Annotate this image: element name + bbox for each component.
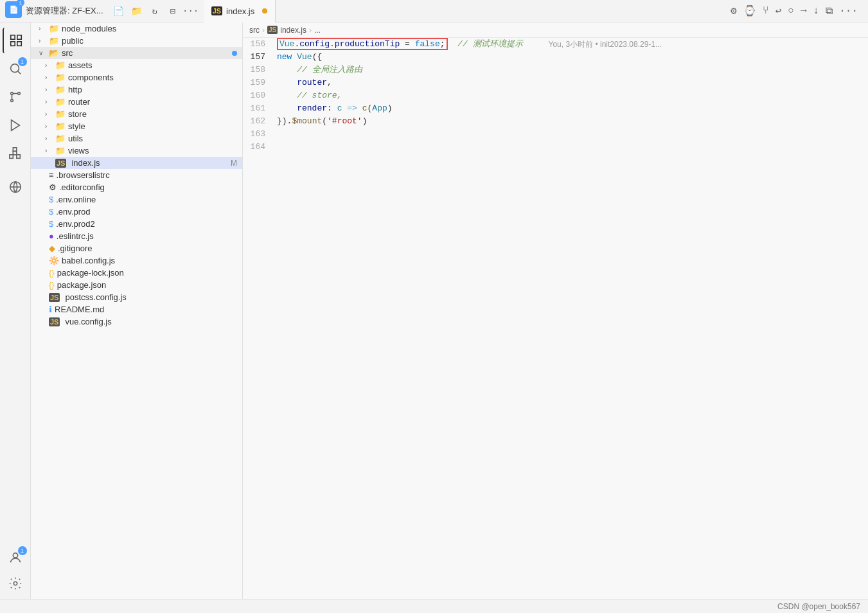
- folder-icon: 📁: [55, 134, 66, 143]
- activity-accounts[interactable]: 1: [3, 545, 28, 571]
- code-line-159: new Vue({: [277, 51, 868, 64]
- overflow-icon[interactable]: ···: [839, 5, 858, 17]
- git-icon: ◆: [49, 244, 55, 253]
- more-btn[interactable]: ···: [184, 4, 197, 17]
- sidebar-item-package-lock[interactable]: {} package-lock.json: [31, 267, 242, 279]
- svg-rect-3: [17, 42, 21, 46]
- eslint-icon: ●: [49, 231, 54, 241]
- forward-icon[interactable]: →: [801, 5, 807, 17]
- sidebar-item-components[interactable]: › 📁 components: [31, 71, 242, 84]
- editor-area: src › JS index.js › ... 156 157 158 159 …: [243, 22, 868, 599]
- credit-text: CSDN @open_book567: [777, 602, 860, 611]
- file-name: vue.config.js: [65, 317, 242, 326]
- line-num-162: 162: [246, 115, 265, 128]
- sidebar-item-store[interactable]: › 📁 store: [31, 108, 242, 120]
- code-line-160: // 全局注入路由: [277, 64, 868, 76]
- line-num-161: 161: [246, 102, 265, 115]
- sidebar-item-postcss[interactable]: JS postcss.config.js: [31, 291, 242, 303]
- split-editor-icon[interactable]: ⧉: [826, 5, 833, 17]
- activity-run[interactable]: [3, 112, 28, 138]
- folder-name: style: [68, 121, 242, 131]
- line-num-158: 158: [246, 64, 265, 76]
- settings-icon[interactable]: ⚙: [731, 4, 737, 17]
- activity-extensions[interactable]: [3, 141, 28, 166]
- sidebar-item-browserslistrc[interactable]: ≡ .browserslistrc: [31, 169, 242, 181]
- tab-dot: [262, 8, 267, 13]
- sidebar-item-utils[interactable]: › 📁 utils: [31, 132, 242, 145]
- folder-name: src: [62, 48, 232, 58]
- svg-point-16: [13, 553, 17, 558]
- gear-icon: ⚙: [49, 182, 57, 192]
- sidebar-item-router[interactable]: › 📁 router: [31, 96, 242, 108]
- tab-bar: JS index.js: [197, 0, 731, 22]
- sidebar-item-gitignore[interactable]: ◆ .gitignore: [31, 242, 242, 254]
- status-bar: CSDN @open_book567: [0, 599, 868, 613]
- editor-content[interactable]: 156 157 158 159 160 161 162 163 164: [243, 38, 868, 599]
- sidebar-item-views[interactable]: › 📁 views: [31, 145, 242, 157]
- activity-search[interactable]: 1: [3, 56, 28, 82]
- line-num-157: 157: [246, 51, 265, 64]
- code-content: new Vue({: [277, 51, 322, 64]
- json-icon: {}: [49, 268, 55, 278]
- sidebar-item-assets[interactable]: › 📁 assets: [31, 59, 242, 71]
- redo-icon[interactable]: ○: [788, 5, 794, 17]
- sidebar-item-babel-config[interactable]: 🔆 babel.config.js: [31, 254, 242, 267]
- sidebar-item-src[interactable]: ∨ 📂 src: [31, 47, 242, 59]
- activity-settings[interactable]: [3, 571, 28, 596]
- sidebar-item-package-json[interactable]: {} package.json: [31, 279, 242, 291]
- line-num-159: 159: [246, 76, 265, 89]
- undo-icon[interactable]: ↩: [775, 4, 782, 17]
- tab-index-js[interactable]: JS index.js: [204, 0, 276, 22]
- sidebar-item-http[interactable]: › 📁 http: [31, 84, 242, 96]
- folder-icon: 📁: [49, 36, 59, 46]
- env-icon: $: [49, 219, 53, 229]
- titlebar-right: ⚙ ⌚ ⑂ ↩ ○ → ↓ ⧉ ···: [731, 4, 863, 17]
- folder-icon: 📁: [55, 146, 66, 155]
- download-icon[interactable]: ↓: [813, 5, 820, 17]
- chevron-down-icon: ∨: [39, 49, 48, 57]
- sidebar-item-index-js[interactable]: JS index.js M: [31, 157, 242, 169]
- code-content: Vue.config.productionTip = false; // 测试环…: [277, 38, 523, 51]
- file-name: .env.prod2: [56, 219, 242, 229]
- svg-rect-2: [10, 42, 14, 46]
- breadcrumb-bar: src › JS index.js › ...: [243, 22, 868, 38]
- sidebar-item-vue-config[interactable]: JS vue.config.js: [31, 315, 242, 328]
- sidebar-item-env-online[interactable]: $ .env.online: [31, 193, 242, 206]
- sidebar-item-style[interactable]: › 📁 style: [31, 120, 242, 132]
- new-folder-btn[interactable]: 📁: [130, 4, 143, 17]
- code-content: router,: [277, 76, 332, 89]
- sidebar-item-eslintrc[interactable]: ● .eslintrc.js: [31, 230, 242, 242]
- sidebar-item-node-modules[interactable]: › 📁 node_modules: [31, 22, 242, 35]
- line-numbers: 156 157 158 159 160 161 162 163 164: [243, 38, 272, 599]
- babel-icon: 🔆: [49, 256, 59, 265]
- source-control-icon[interactable]: ⑂: [763, 5, 769, 17]
- sidebar-item-env-prod2[interactable]: $ .env.prod2: [31, 218, 242, 230]
- app-icon[interactable]: 📄 1: [5, 1, 22, 18]
- chevron-right-icon: ›: [45, 135, 54, 142]
- collapse-btn[interactable]: ⊟: [166, 4, 179, 17]
- titlebar-title: 资源管理器: ZF-EX...: [26, 5, 103, 17]
- sidebar-item-public[interactable]: › 📁 public: [31, 35, 242, 47]
- refresh-btn[interactable]: ↻: [148, 4, 161, 17]
- sidebar-item-readme[interactable]: ℹ README.md: [31, 303, 242, 315]
- breadcrumb-file-icon: JS: [267, 26, 278, 34]
- app-badge: 1: [17, 0, 24, 6]
- sidebar-item-env-prod[interactable]: $ .env.prod: [31, 206, 242, 218]
- history-icon[interactable]: ⌚: [743, 4, 756, 17]
- code-content: render: c => c(App): [277, 102, 393, 115]
- activity-bar: 1 1: [0, 22, 31, 599]
- activity-explorer[interactable]: [3, 28, 28, 53]
- activity-remote[interactable]: [3, 174, 28, 200]
- file-name: postcss.config.js: [65, 292, 242, 302]
- svg-point-17: [13, 582, 17, 585]
- folder-icon: 📁: [55, 85, 66, 94]
- json-icon: {}: [49, 280, 55, 290]
- folder-name: utils: [68, 134, 242, 143]
- line-num-164: 164: [246, 141, 265, 154]
- titlebar: 📄 1 资源管理器: ZF-EX... 📄 📁 ↻ ⊟ ··· JS index…: [0, 0, 868, 22]
- folder-name: views: [68, 146, 242, 155]
- sidebar-item-editorconfig[interactable]: ⚙ .editorconfig: [31, 181, 242, 193]
- activity-git[interactable]: [3, 84, 28, 110]
- chevron-right-icon: ›: [45, 98, 54, 105]
- new-file-btn[interactable]: 📄: [112, 4, 125, 17]
